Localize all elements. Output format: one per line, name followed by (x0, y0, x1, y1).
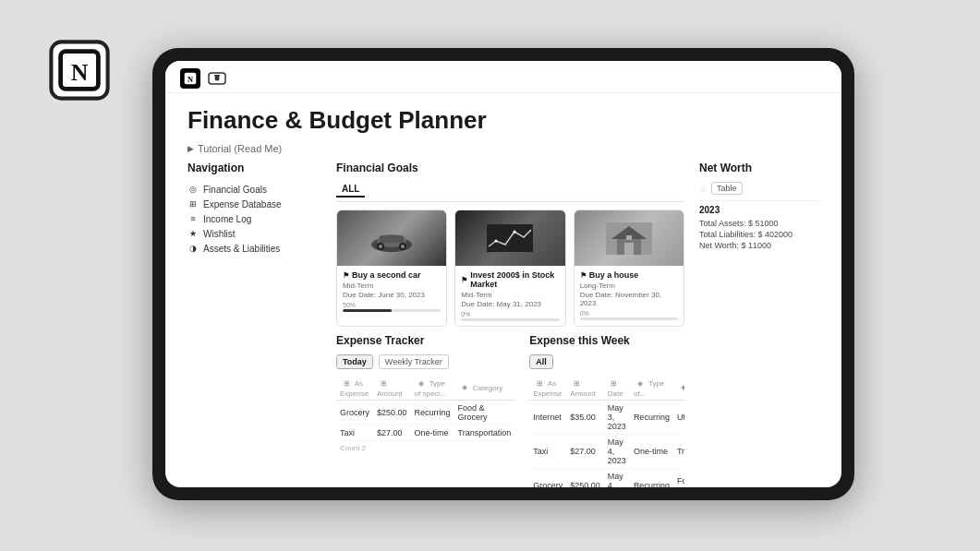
nav-item[interactable]: ◑Assets & Liabilities (188, 241, 321, 256)
goal-term: Long-Term (580, 281, 678, 290)
weekly-btn[interactable]: Weekly Tracker (379, 354, 449, 369)
expense-count: Count 2 (336, 441, 514, 455)
goal-name: ⚑ Invest 2000$ in Stock Market (461, 270, 559, 289)
ew-type: One-time (630, 435, 673, 469)
svg-rect-7 (214, 75, 220, 77)
goal-card-body: ⚑ Buy a second car Mid-Term Due Date: Ju… (337, 266, 446, 317)
goal-due: Due Date: May 31, 2023 (461, 300, 559, 308)
svg-text:N: N (188, 76, 193, 84)
notion-small-icon: N (180, 68, 200, 89)
tutorial-row[interactable]: ▶ Tutorial (Read Me) (188, 140, 819, 162)
svg-rect-21 (624, 243, 634, 255)
table-row: Grocery $250.00 May 4, 2023 Recurring Fo… (529, 469, 684, 488)
left-panel: Navigation ◎Financial Goals⊞Expense Data… (188, 162, 321, 487)
goal-due: Due Date: November 30, 2023 (580, 291, 678, 307)
net-worth-label: Net Worth: (699, 241, 739, 250)
filter-all-btn[interactable]: ALL (336, 182, 365, 198)
total-assets-label: Total Assets: (699, 219, 746, 228)
expense-tracker: Expense Tracker Today Weekly Tracker ⊞ A… (336, 334, 514, 487)
page-title: Finance & Budget Planner (188, 93, 819, 140)
progress-bar (461, 318, 559, 321)
goal-card[interactable]: ⚑ Buy a house Long-Term Due Date: Novemb… (574, 210, 684, 327)
goal-flag-icon: ⚑ (343, 271, 349, 280)
col-type-hdr: ◈ Type of speci... (411, 375, 454, 401)
ew-date: May 4, 2023 (604, 435, 630, 469)
goal-progress: 50% (343, 302, 441, 312)
nav-item-icon: ⊞ (188, 198, 199, 210)
svg-point-13 (379, 245, 382, 248)
goals-cards: ⚑ Buy a second car Mid-Term Due Date: Ju… (336, 210, 684, 327)
ew-type: Recurring (630, 401, 673, 435)
nav-item[interactable]: ≡Income Log (188, 211, 321, 226)
nav-item-icon: ★ (188, 228, 199, 239)
et-expense: Grocery (336, 401, 373, 425)
ew-amount: $35.00 (566, 401, 604, 435)
ew-category: Utilities (673, 401, 684, 435)
today-btn[interactable]: Today (336, 354, 373, 369)
col-icon-1: ⊞ (340, 377, 353, 389)
wcol-expense-hdr: ⊞ As Expense (529, 375, 566, 401)
progress-bar (580, 317, 678, 320)
ew-expense: Taxi (529, 435, 566, 469)
progress-label: 0% (580, 310, 678, 317)
ew-expense: Grocery (529, 469, 566, 488)
svg-point-17 (514, 231, 516, 234)
svg-point-6 (215, 77, 220, 81)
table-row: Grocery $250.00 Recurring Food & Grocery (336, 401, 514, 425)
net-worth-year: 2023 (699, 205, 819, 215)
svg-rect-10 (380, 235, 404, 243)
et-category: Transportation (454, 425, 515, 441)
goal-name: ⚑ Buy a second car (343, 270, 441, 280)
goal-term: Mid-Term (461, 291, 559, 299)
expense-tracker-table: ⊞ As Expense ⊞ Amount ◈ Type of speci...… (336, 375, 514, 441)
notion-logo: N (48, 39, 111, 102)
goal-flag-icon: ⚑ (461, 276, 467, 284)
ew-amount: $250.00 (566, 469, 604, 488)
nav-item[interactable]: ⊞Expense Database (188, 197, 321, 211)
goal-card[interactable]: ⚑ Invest 2000$ in Stock Market Mid-Term … (454, 210, 565, 327)
goal-progress: 0% (580, 310, 678, 320)
wcol-icon-2: ⊞ (570, 377, 583, 389)
all-btn[interactable]: All (529, 354, 553, 369)
nav-section-title: Navigation (188, 162, 321, 174)
nav-item-label: Assets & Liabilities (203, 244, 280, 254)
nav-item-icon: ≡ (188, 213, 199, 224)
goal-name: ⚑ Buy a house (580, 270, 678, 280)
wcol-cat-hdr: ◈ Category (673, 375, 684, 401)
goal-flag-icon: ⚑ (580, 271, 587, 280)
ew-date: May 4, 2023 (604, 469, 630, 488)
col-icon-2: ⊞ (377, 377, 390, 389)
nav-item[interactable]: ◎Financial Goals (188, 182, 321, 197)
page-background: N N (0, 0, 980, 551)
nav-items: ◎Financial Goals⊞Expense Database≡Income… (188, 182, 321, 256)
goal-progress: 0% (461, 311, 559, 321)
right-panel: Net Worth ☆ Table 2023 Total Assets: $ 5… (699, 162, 819, 487)
et-type: Recurring (411, 401, 454, 425)
svg-point-16 (495, 240, 498, 243)
wcol-icon-1: ⊞ (533, 377, 546, 389)
ew-amount: $27.00 (566, 435, 604, 469)
net-worth-table-btn[interactable]: Table (711, 182, 743, 195)
nav-item[interactable]: ★Wishlist (188, 226, 321, 241)
center-panel: Financial Goals ALL ⚑ Buy a second car M… (336, 162, 684, 487)
col-amount-hdr: ⊞ Amount (373, 375, 411, 401)
expense-week: Expense this Week All ⊞ As Expense ⊞ Amo… (529, 334, 684, 487)
svg-point-14 (401, 245, 405, 248)
col-cat-hdr: ◈ Category (454, 375, 515, 401)
star-icon[interactable]: ☆ (699, 184, 708, 194)
et-type: One-time (411, 425, 454, 441)
et-amount: $250.00 (373, 401, 411, 425)
nav-item-label: Financial Goals (203, 185, 267, 195)
goal-card-body: ⚑ Buy a house Long-Term Due Date: Novemb… (575, 266, 684, 325)
svg-text:N: N (71, 59, 89, 86)
goal-card[interactable]: ⚑ Buy a second car Mid-Term Due Date: Ju… (336, 210, 447, 327)
nav-item-icon: ◎ (188, 184, 199, 195)
goals-section-title: Financial Goals (336, 162, 684, 174)
page-icon (208, 72, 226, 85)
ew-expense: Internet (529, 401, 566, 435)
goal-card-body: ⚑ Invest 2000$ in Stock Market Mid-Term … (455, 266, 564, 326)
total-assets-row: Total Assets: $ 51000 (699, 219, 819, 228)
tutorial-arrow: ▶ (188, 144, 194, 153)
goal-term: Mid-Term (343, 281, 441, 290)
net-worth-value: $ 11000 (741, 241, 771, 250)
